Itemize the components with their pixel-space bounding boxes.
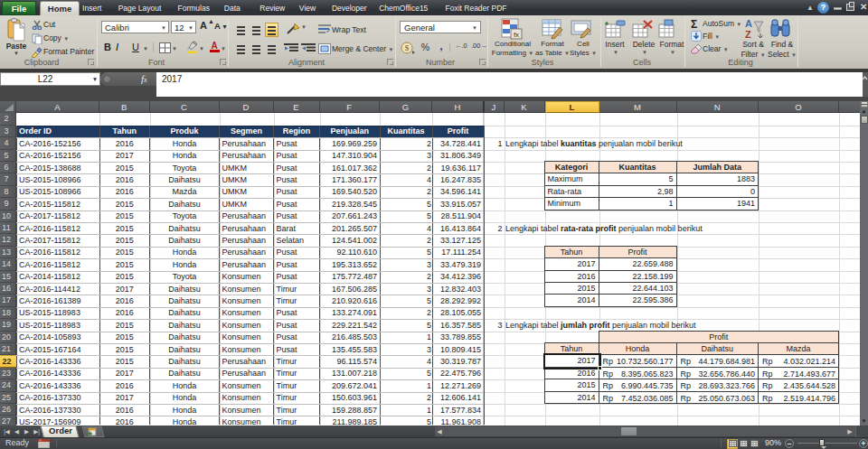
svg-text:Z: Z bbox=[745, 29, 751, 40]
svg-text:$: $ bbox=[405, 43, 410, 52]
svg-text:fx: fx bbox=[514, 31, 519, 39]
svg-text:A: A bbox=[745, 18, 752, 29]
